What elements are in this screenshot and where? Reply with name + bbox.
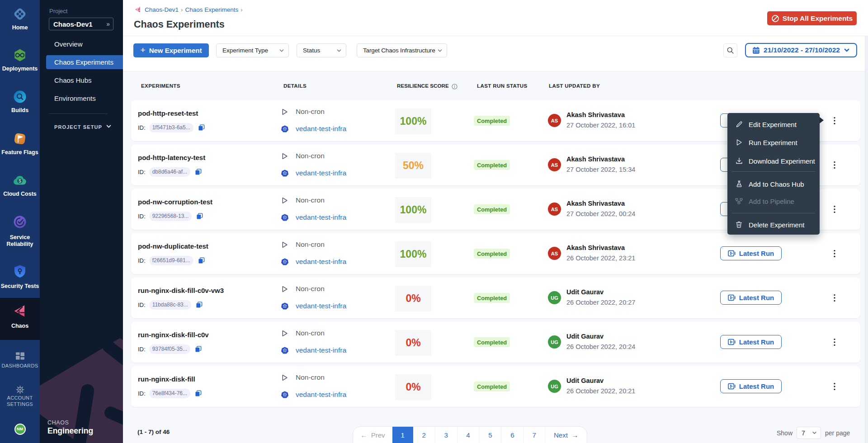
svg-text:$: $ <box>19 178 22 184</box>
